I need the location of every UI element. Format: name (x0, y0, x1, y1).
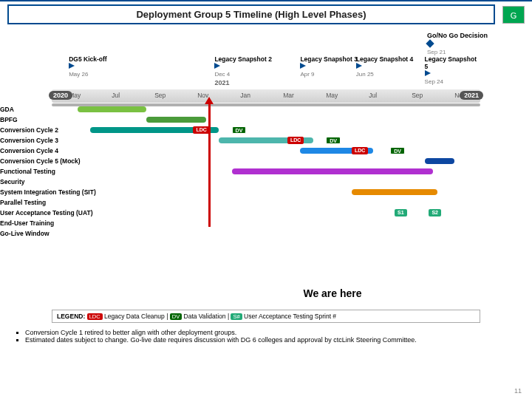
gantt-row: Conversion Cycle 4LDCDV (52, 147, 480, 157)
marker-s1: S1 (395, 209, 407, 216)
milestone: Legacy Snapshot 5Sep 24 (425, 55, 480, 85)
gantt-row: Go-Live Window (52, 230, 480, 240)
milestone: Legacy Snapshot 2Dec 4 (214, 55, 271, 78)
row-label: Conversion Cycle 4 (0, 147, 58, 154)
we-are-here-arrow (208, 103, 211, 227)
row-label: Functional Testing (0, 168, 55, 175)
gantt-bar (146, 117, 206, 123)
row-label: User Acceptance Testing (UAT) (0, 209, 92, 216)
row-label: Parallel Testing (0, 199, 46, 206)
gantt-row: System Integration Testing (SIT) (52, 188, 480, 199)
gantt-row: GDA (52, 106, 480, 116)
we-are-here-label: We are here (133, 287, 532, 299)
axis-tick: Jul (112, 92, 120, 99)
axis-tick: Jul (369, 92, 377, 99)
gonogo-milestone: Go/No Go Decision Sep 21 (427, 32, 488, 55)
row-label: Go-Live Window (0, 230, 50, 237)
marker-dv: DV (390, 147, 405, 154)
status-badge: G (502, 6, 525, 24)
gonogo-date: Sep 21 (427, 49, 446, 55)
marker-dv: DV (326, 137, 341, 144)
gantt-rows: GDABPFGConversion Cycle 2LDCDVConversion… (52, 106, 480, 276)
row-label: End-User Training (0, 219, 54, 227)
page-number: 11 (514, 387, 522, 395)
axis-tick: Mar (283, 92, 294, 99)
gantt-chart: Go/No Go Decision Sep 21 DG5 Kick-offMay… (52, 32, 480, 283)
marker-ldc: LDC (352, 147, 368, 154)
gantt-bar (78, 106, 146, 112)
legend-prefix: LEGEND: (57, 313, 85, 320)
gantt-bar (232, 168, 434, 174)
gantt-row: Security (52, 178, 480, 188)
footnotes: Conversion Cycle 1 retired to better ali… (13, 329, 519, 344)
row-label: Conversion Cycle 2 (0, 126, 58, 134)
legend-dv-text: Data Validation (184, 313, 226, 320)
time-axis: 2020 2021 2021 MayJulSepNovJanMarMayJulS… (52, 89, 480, 103)
row-label: System Integration Testing (SIT) (0, 188, 96, 196)
gantt-row: User Acceptance Testing (UAT)S1S2 (52, 209, 480, 219)
row-label: Security (0, 178, 25, 185)
page-title: Deployment Group 5 Timeline (High Level … (7, 4, 495, 24)
marker-ldc: LDC (193, 126, 209, 134)
gantt-row: End-User Training (52, 219, 480, 230)
gantt-bar (425, 158, 455, 164)
gantt-bar (352, 189, 437, 195)
legend-ldc-badge: LDC (87, 313, 103, 320)
legend-s-text: User Acceptance Testing Sprint # (244, 313, 336, 320)
axis-tick: Sep (154, 92, 166, 99)
marker-dv: DV (232, 126, 247, 134)
diamond-icon (426, 39, 434, 47)
gonogo-label: Go/No Go Decision (427, 32, 488, 39)
footnote-2: Estimated dates subject to change. Go-li… (25, 336, 519, 344)
row-label: GDA (0, 106, 14, 113)
axis-tick: Sep (412, 92, 423, 99)
legend: LEGEND: LDC Legacy Data Cleanup | DV Dat… (52, 310, 480, 323)
row-label: Conversion Cycle 3 (0, 137, 58, 144)
header-bar: Deployment Group 5 Timeline (High Level … (0, 0, 532, 27)
milestone: DG5 Kick-offMay 26 (69, 55, 106, 78)
axis-tick: Jan (240, 92, 250, 99)
row-label: Conversion Cycle 5 (Mock) (0, 157, 81, 165)
year-mid: 2021 (214, 79, 229, 86)
footnote-1: Conversion Cycle 1 retired to better ali… (25, 329, 519, 336)
axis-tick: May (326, 92, 338, 99)
axis-tick: May (69, 92, 81, 99)
gantt-row: Functional Testing (52, 168, 480, 178)
milestone: Legacy Snapshot 4Jun 25 (356, 55, 413, 78)
gantt-row: BPFG (52, 116, 480, 126)
marker-ldc: LDC (287, 137, 304, 144)
gantt-row: Conversion Cycle 5 (Mock) (52, 157, 480, 168)
row-label: BPFG (0, 116, 18, 123)
legend-dv-badge: DV (170, 313, 182, 320)
gantt-row: Conversion Cycle 3LDCDV (52, 137, 480, 147)
gantt-row: Conversion Cycle 2LDCDV (52, 126, 480, 137)
milestones-row: DG5 Kick-offMay 26Legacy Snapshot 2Dec 4… (52, 55, 480, 85)
milestone: Legacy Snapshot 3Apr 9 (300, 55, 357, 78)
legend-ldc-text: Legacy Data Cleanup (104, 313, 165, 320)
gantt-row: Parallel Testing (52, 199, 480, 209)
axis-tick: Nov (454, 92, 466, 99)
legend-s-badge: S# (231, 313, 242, 320)
marker-s2: S2 (429, 209, 441, 216)
